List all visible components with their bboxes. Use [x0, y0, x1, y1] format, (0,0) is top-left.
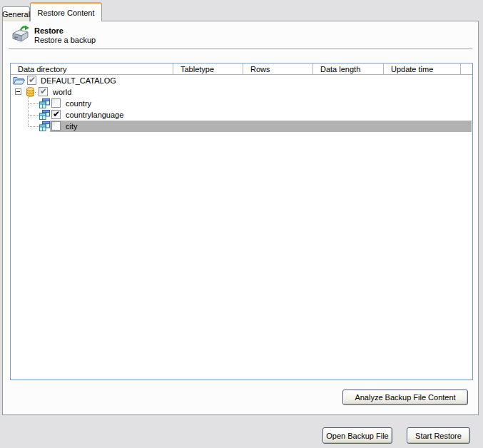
- checkbox-country[interactable]: [51, 98, 61, 108]
- table-row-city[interactable]: city: [11, 121, 472, 132]
- checkbox-default-catalog[interactable]: ✔: [27, 76, 36, 85]
- column-header-data-directory[interactable]: Data directory: [11, 63, 173, 74]
- checkbox-countrylanguage[interactable]: ✔: [51, 110, 61, 119]
- table-row-country[interactable]: country: [11, 98, 472, 109]
- table-row-countrylanguage[interactable]: ✔ countrylanguage: [11, 109, 472, 121]
- analyze-backup-file-content-button[interactable]: Analyze Backup File Content: [342, 390, 468, 405]
- tree-label[interactable]: city: [66, 122, 78, 131]
- column-header-data-length[interactable]: Data length: [313, 63, 384, 74]
- check-mark-icon: ✔: [29, 75, 36, 85]
- header-separator: [9, 49, 472, 49]
- checkbox-city[interactable]: [51, 121, 61, 131]
- collapse-minus-icon[interactable]: [15, 88, 21, 95]
- page-subtitle: Restore a backup: [34, 36, 96, 44]
- start-restore-button[interactable]: Start Restore: [407, 427, 470, 444]
- check-mark-icon: ✔: [53, 109, 60, 119]
- table-icon: [39, 98, 50, 110]
- restore-dialog: General Restore Content Restore Restore …: [0, 0, 483, 448]
- column-header-tabletype[interactable]: Tabletype: [173, 63, 243, 74]
- tree-label[interactable]: country: [66, 99, 91, 108]
- table-header-row: Data directory Tabletype Rows Data lengt…: [11, 63, 472, 75]
- table-icon: [39, 121, 50, 133]
- folder-icon: [13, 76, 25, 87]
- tree-label[interactable]: DEFAULT_CATALOG: [41, 76, 116, 85]
- tab-general[interactable]: General: [2, 6, 30, 21]
- restore-backup-drive-icon: [10, 25, 30, 44]
- column-header-update-time[interactable]: Update time: [384, 63, 461, 74]
- column-header-spacer: [461, 63, 472, 74]
- open-backup-file-button[interactable]: Open Backup File: [322, 427, 392, 444]
- database-icon: [26, 87, 35, 98]
- tab-general-label: General: [2, 10, 30, 19]
- backup-content-table[interactable]: Data directory Tabletype Rows Data lengt…: [10, 63, 473, 380]
- page-title: Restore: [34, 26, 63, 35]
- column-header-rows[interactable]: Rows: [243, 63, 313, 74]
- table-icon: [39, 110, 50, 121]
- check-mark-icon: ✔: [40, 86, 47, 96]
- tree-label[interactable]: countrylanguage: [66, 111, 123, 119]
- tab-restore-content-label: Restore Content: [37, 9, 94, 17]
- tab-restore-content[interactable]: Restore Content: [30, 2, 102, 21]
- selection-highlight: [50, 121, 472, 132]
- checkbox-world[interactable]: ✔: [39, 87, 48, 96]
- table-row-default-catalog[interactable]: ✔ DEFAULT_CATALOG: [11, 75, 472, 86]
- table-row-world[interactable]: ✔ world: [11, 86, 472, 98]
- tree-label[interactable]: world: [53, 88, 71, 96]
